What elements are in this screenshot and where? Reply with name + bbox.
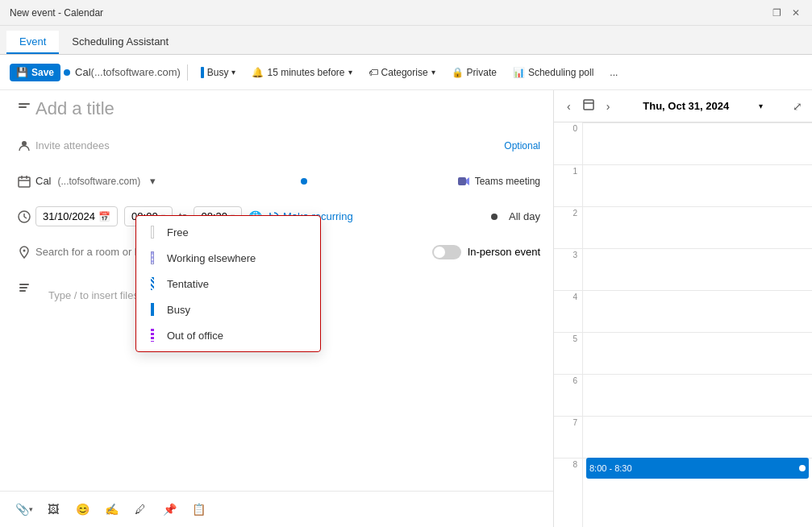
- calendar-nav: ‹ ›: [564, 97, 613, 115]
- calendar-label: Cal(...tofsoftware.com): [75, 66, 181, 78]
- toolbar: 💾 Save Cal(...tofsoftware.com) Busy ▾ 🔔 …: [0, 55, 812, 90]
- optional-link[interactable]: Optional: [504, 140, 540, 151]
- all-day-label: All day: [509, 210, 540, 222]
- highlight-button[interactable]: 🖊: [129, 498, 152, 521]
- tentative-status-icon: [146, 277, 159, 290]
- reminder-chevron-icon: ▾: [348, 68, 352, 77]
- reminder-icon: 🔔: [252, 67, 264, 78]
- busy-chevron-icon: ▾: [231, 68, 235, 77]
- scheduling-poll-button[interactable]: 📊 Scheduling poll: [506, 64, 600, 81]
- dropdown-item-working-elsewhere[interactable]: Working elsewhere: [136, 245, 320, 271]
- teams-meeting-toggle[interactable]: Teams meeting: [457, 175, 540, 188]
- calendar-date-title[interactable]: Thu, Oct 31, 2024: [643, 100, 729, 112]
- svg-rect-7: [458, 177, 466, 185]
- attach-button[interactable]: 📎 ▾: [13, 498, 35, 521]
- in-person-event-toggle[interactable]: In-person event: [432, 245, 540, 259]
- image-button[interactable]: 🖼: [42, 498, 65, 521]
- categorise-chevron-icon: ▾: [431, 68, 435, 77]
- time-slot-2: 2: [554, 206, 582, 248]
- time-slot-7: 7: [554, 416, 582, 458]
- categorise-icon: 🏷: [369, 67, 378, 78]
- save-icon: 💾: [16, 67, 28, 78]
- forms-button[interactable]: 📋: [187, 498, 210, 521]
- calendar-chevron-down-icon[interactable]: ▾: [759, 102, 763, 110]
- svg-rect-15: [19, 290, 26, 292]
- svg-rect-0: [19, 103, 30, 105]
- save-button[interactable]: 💾 Save: [10, 64, 60, 81]
- categorise-button[interactable]: 🏷 Categorise ▾: [362, 64, 442, 81]
- notes-icon: [13, 280, 35, 296]
- cal-events-area: 8:00 - 8:30: [583, 122, 812, 527]
- restore-button[interactable]: ❐: [770, 6, 783, 19]
- time-labels: 0 1 2 3 4 5 6 7 8: [554, 122, 583, 527]
- time-slot-6: 6: [554, 374, 582, 416]
- calendar-email: (...tofsoftware.com): [58, 176, 141, 187]
- image-icon: 🖼: [48, 503, 59, 516]
- all-day-toggle-dot[interactable]: [491, 214, 498, 220]
- dropdown-item-free[interactable]: Free: [136, 219, 320, 245]
- date-value: 31/10/2024: [43, 210, 95, 222]
- tab-event[interactable]: Event: [6, 31, 59, 54]
- calendar-grid: 0 1 2 3 4 5 6 7 8: [554, 122, 812, 527]
- date-calendar-icon: 📅: [98, 211, 110, 222]
- dropdown-item-tentative[interactable]: Tentative: [136, 271, 320, 297]
- svg-rect-13: [19, 284, 29, 285]
- title-row: [0, 90, 553, 128]
- busy-button[interactable]: Busy ▾: [194, 64, 243, 81]
- private-icon: 🔒: [452, 67, 464, 78]
- title-icon: [13, 102, 35, 116]
- calendar-icon: [13, 174, 35, 189]
- calendar-prev-button[interactable]: ‹: [564, 98, 574, 114]
- calendar-header: ‹ › Thu, Oct 31, 2024 ▾ ⤢: [554, 90, 812, 122]
- in-person-toggle-switch[interactable]: [432, 245, 461, 259]
- emoji-button[interactable]: 😊: [71, 498, 94, 521]
- app-title: New event - Calendar: [10, 7, 103, 19]
- calendar-next-button[interactable]: ›: [603, 98, 614, 114]
- draw-button[interactable]: ✍: [100, 498, 123, 521]
- busy-icon: [201, 67, 204, 78]
- title-input[interactable]: [35, 95, 540, 122]
- time-slot-3: 3: [554, 248, 582, 290]
- ooo-status-icon: [146, 329, 159, 342]
- clock-icon: [13, 210, 35, 224]
- working-elsewhere-status-icon: [146, 251, 159, 264]
- calendar-name: Cal: [35, 175, 52, 187]
- sticker-button[interactable]: 📌: [158, 498, 181, 521]
- calendar-row: Cal (...tofsoftware.com) ▾ Teams meeting: [0, 164, 553, 199]
- private-button[interactable]: 🔒 Private: [445, 64, 503, 81]
- draw-icon: ✍: [105, 503, 119, 516]
- date-field[interactable]: 31/10/2024 📅: [35, 206, 118, 226]
- svg-rect-1: [19, 106, 27, 108]
- time-slot-4: 4: [554, 290, 582, 332]
- attach-icon: 📎: [15, 503, 29, 516]
- tab-bar: Event Scheduling Assistant: [0, 26, 812, 55]
- main-layout: Invite attendees Optional Cal (...tofsof…: [0, 90, 812, 527]
- close-button[interactable]: ✕: [789, 6, 802, 19]
- calendar-event-block[interactable]: 8:00 - 8:30: [586, 458, 809, 479]
- dropdown-item-out-of-office[interactable]: Out of office: [136, 322, 320, 348]
- teams-toggle[interactable]: [301, 178, 307, 185]
- title-bar: New event - Calendar ❐ ✕: [0, 0, 812, 26]
- free-status-icon: [146, 226, 159, 239]
- calendar-expand-button[interactable]: ⤢: [793, 100, 802, 113]
- busy-status-icon: [146, 303, 159, 316]
- event-dot: [799, 465, 806, 471]
- reminder-button[interactable]: 🔔 15 minutes before ▾: [245, 64, 358, 81]
- bottom-toolbar: 📎 ▾ 🖼 😊 ✍ 🖊 📌 📋: [0, 491, 553, 527]
- svg-rect-16: [584, 100, 593, 110]
- tab-scheduling-assistant[interactable]: Scheduling Assistant: [59, 31, 181, 54]
- calendar-chevron-icon[interactable]: ▾: [150, 175, 156, 187]
- attach-chevron-icon: ▾: [29, 505, 33, 513]
- svg-point-12: [23, 249, 26, 251]
- attendee-placeholder: Invite attendees: [35, 139, 110, 151]
- svg-marker-8: [466, 177, 469, 185]
- more-options-button[interactable]: ...: [603, 64, 624, 81]
- calendar-today-button[interactable]: [579, 97, 598, 115]
- busy-dropdown: Free Working elsewhere Tentative Busy: [135, 215, 321, 352]
- svg-point-2: [22, 141, 27, 146]
- dropdown-item-busy[interactable]: Busy: [136, 297, 320, 322]
- location-icon: [13, 245, 35, 259]
- time-slot-0: 0: [554, 122, 582, 164]
- unsaved-indicator: [64, 69, 70, 76]
- form-panel: Invite attendees Optional Cal (...tofsof…: [0, 90, 554, 527]
